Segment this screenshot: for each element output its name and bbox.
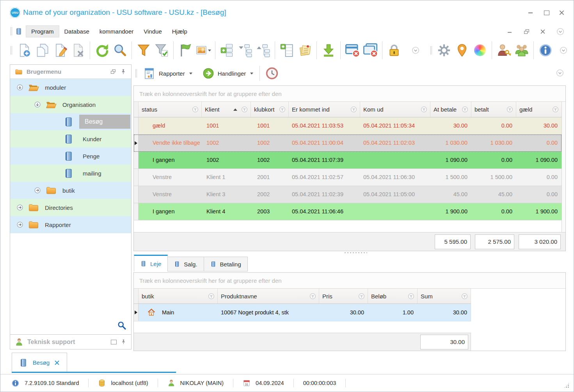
user-permissions-button[interactable]: [496, 42, 512, 59]
table-row[interactable]: Venstre Klient 1 2001 05.04.2021 11:02:5…: [134, 169, 562, 186]
expand-tree-button[interactable]: [255, 42, 271, 59]
group-by-bar[interactable]: Træk en kolonneoverskrift her for at gru…: [134, 86, 565, 102]
tree-item-kunder[interactable]: Kunder: [10, 130, 131, 147]
column-header-klient[interactable]: Klient: [202, 102, 251, 117]
minimize-button[interactable]: [528, 10, 534, 15]
menu-vindue[interactable]: Vindue: [139, 26, 167, 37]
tree-item-moduler[interactable]: moduler: [10, 79, 131, 96]
filter-funnel-icon[interactable]: [551, 105, 560, 114]
table-row[interactable]: Venstre Klient 3 2002 05.04.2021 11:02:3…: [134, 186, 562, 203]
column-header-pris[interactable]: Pris: [319, 289, 368, 303]
menu-kommandoer[interactable]: kommandoer: [94, 26, 139, 37]
filter-funnel-icon[interactable]: [420, 105, 428, 114]
filter-funnel-icon[interactable]: [207, 292, 215, 300]
edit-document-button[interactable]: [52, 42, 68, 59]
image-button[interactable]: [195, 42, 211, 59]
resize-grip[interactable]: [563, 382, 570, 388]
group-by-bar[interactable]: Træk en kolonneoverskrift her for at gru…: [134, 273, 565, 289]
tree-item-penge[interactable]: Penge: [10, 147, 131, 165]
info-button[interactable]: [538, 42, 553, 59]
expand-node-icon[interactable]: [16, 220, 24, 229]
tab-leje[interactable]: Leje: [134, 255, 168, 271]
table-row-focused[interactable]: Main 10067 Noget produkt 4, stk 30.00 1.…: [134, 304, 471, 321]
toolbar-drag-grip[interactable]: [11, 46, 12, 55]
filter-funnel-icon[interactable]: [350, 105, 358, 114]
expand-node-icon[interactable]: [33, 186, 42, 195]
open-document-tab[interactable]: Besøg: [12, 353, 67, 372]
location-pin-button[interactable]: [454, 42, 470, 59]
close-button[interactable]: [559, 10, 565, 15]
table-row[interactable]: I gangen 1002 1002 05.04.2021 11:07:39 1…: [134, 152, 562, 169]
collapse-tree-button[interactable]: [237, 42, 253, 59]
maximize-button[interactable]: [543, 10, 549, 15]
toolbar-drag-grip[interactable]: [11, 27, 12, 35]
notes-button[interactable]: [297, 42, 313, 59]
toolbar-overflow-icon[interactable]: [555, 68, 565, 78]
filter-funnel-icon[interactable]: [461, 105, 469, 114]
settings-gear-button[interactable]: [436, 42, 452, 59]
menu-overflow-icon[interactable]: [556, 27, 565, 36]
column-header-status[interactable]: status: [139, 102, 202, 117]
column-header-klubkort[interactable]: klubkort: [251, 102, 289, 117]
close-all-windows-button[interactable]: [363, 42, 378, 59]
toolbar-overflow-icon[interactable]: [411, 46, 420, 55]
filter-funnel-icon[interactable]: [278, 105, 286, 114]
color-wheel-button[interactable]: [472, 42, 488, 59]
filter-funnel-icon[interactable]: [309, 292, 317, 300]
delete-document-button[interactable]: [70, 42, 86, 59]
mdi-minimize-button[interactable]: [507, 29, 513, 34]
column-header-gaeld[interactable]: gæld: [516, 102, 562, 117]
add-column-button[interactable]: [279, 42, 295, 59]
filter-funnel-icon[interactable]: [357, 292, 366, 300]
menu-hjaelp[interactable]: Hjælp: [167, 26, 192, 37]
tree-item-directories[interactable]: Directories: [10, 199, 131, 216]
close-tab-icon[interactable]: [54, 360, 60, 365]
time-clock-button[interactable]: [264, 65, 280, 82]
collapse-node-icon[interactable]: [33, 100, 42, 109]
filter-funnel-icon[interactable]: [407, 292, 415, 300]
users-group-button[interactable]: [514, 42, 530, 59]
refresh-button[interactable]: [94, 42, 110, 59]
add-group-button[interactable]: [219, 42, 235, 59]
flag-button[interactable]: [178, 42, 193, 59]
toolbar-overflow-icon[interactable]: [559, 46, 568, 55]
expand-node-icon[interactable]: [16, 203, 24, 212]
column-header-produktnavne[interactable]: Produktnavne: [218, 289, 319, 303]
pin-icon[interactable]: [120, 69, 126, 75]
filter-funnel-icon[interactable]: [506, 105, 514, 114]
column-header-belob[interactable]: Beløb: [368, 289, 418, 303]
filter-accept-button[interactable]: [154, 42, 169, 59]
column-header-kom-ud[interactable]: Kom ud: [360, 102, 430, 117]
column-header-er-kommet-ind[interactable]: Er kommet ind: [289, 102, 360, 117]
filter-funnel-icon[interactable]: [191, 105, 199, 114]
tree-item-butik[interactable]: butik: [10, 182, 131, 199]
column-header-betalt[interactable]: betalt: [471, 102, 516, 117]
tab-salg[interactable]: Salg.: [168, 257, 204, 271]
menu-program[interactable]: Program: [26, 25, 59, 37]
float-panel-icon[interactable]: [110, 69, 116, 75]
toolbar-drag-grip[interactable]: [135, 69, 137, 78]
vertical-scrollbar[interactable]: [562, 102, 565, 232]
table-row[interactable]: gæld 1001 1001 05.04.2021 11:03:53 05.04…: [134, 117, 562, 135]
column-header-butik[interactable]: butik: [139, 289, 218, 303]
tab-betaling[interactable]: Betaling: [204, 257, 248, 271]
filter-funnel-icon[interactable]: [460, 292, 469, 300]
collapse-node-icon[interactable]: [16, 83, 24, 92]
new-document-button[interactable]: [16, 42, 32, 59]
mdi-close-button[interactable]: [540, 29, 546, 34]
expand-panel-icon[interactable]: [111, 340, 117, 344]
table-row[interactable]: I gangen Klient 4 2003 05.04.2021 11:06:…: [134, 203, 562, 220]
menu-database[interactable]: Database: [59, 26, 94, 37]
copy-document-button[interactable]: [34, 42, 50, 59]
toolbar-drag-grip[interactable]: [430, 46, 432, 55]
handlinger-button[interactable]: Handlinger: [199, 66, 257, 81]
column-header-sum[interactable]: Sum: [418, 289, 471, 303]
lock-button[interactable]: [386, 42, 402, 59]
search-button[interactable]: [112, 42, 128, 59]
tree-item-besog[interactable]: Besøg: [10, 113, 131, 130]
filter-funnel-icon[interactable]: [240, 105, 249, 114]
support-panel-header[interactable]: Teknisk support: [10, 334, 131, 349]
filter-button[interactable]: [136, 42, 151, 59]
splitter-handle[interactable]: [344, 252, 367, 255]
close-window-button[interactable]: [345, 42, 360, 59]
